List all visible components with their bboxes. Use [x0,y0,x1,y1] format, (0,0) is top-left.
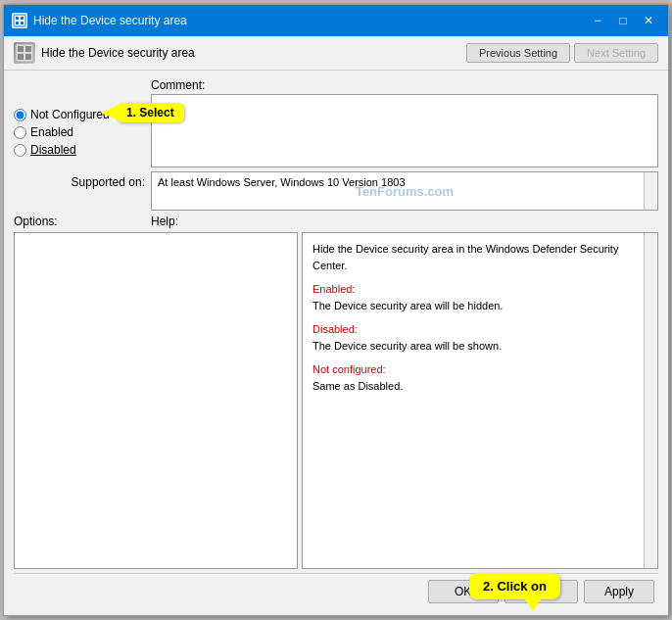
help-label: Help: [72,215,658,228]
svg-rect-0 [14,15,25,26]
radio-enabled[interactable]: Enabled [14,125,151,139]
close-button[interactable]: ✕ [637,11,660,30]
help-not-configured-title: Not configured: [312,361,632,378]
help-disabled-body: The Device security area will be shown. [312,338,632,355]
radio-group: Not Configured 1. Select Enabled Disable… [14,78,151,167]
svg-rect-9 [25,54,31,60]
radio-enabled-label: Enabled [30,125,73,139]
radio-not-configured-input[interactable] [14,109,26,121]
title-bar: Hide the Device security area − □ ✕ [4,5,668,36]
svg-rect-4 [21,22,24,24]
svg-rect-2 [21,17,24,20]
title-buttons: − □ ✕ [586,11,660,30]
prev-setting-button[interactable]: Previous Setting [466,43,570,63]
header-icon [14,42,35,64]
help-enabled-body: The Device security area will be hidden. [312,298,632,314]
help-disabled-title: Disabled: [312,321,632,338]
not-configured-container: Not Configured 1. Select [14,108,151,121]
svg-rect-8 [18,54,24,60]
bottom-panels: Hide the Device security area in the Win… [14,232,658,569]
help-intro: Hide the Device security area in the Win… [312,241,632,273]
main-window: Hide the Device security area − □ ✕ Hide… [3,4,669,616]
minimize-button[interactable]: − [586,11,609,30]
comment-textarea[interactable] [151,94,658,167]
window-title: Hide the Device security area [33,14,586,27]
footer: OK Cancel Apply [14,573,658,607]
radio-enabled-input[interactable] [14,126,26,139]
supported-box: At least Windows Server, Windows 10 Vers… [151,171,658,211]
header-left: Hide the Device security area [14,42,195,64]
footer-wrapper: 2. Click on OK Cancel Apply [14,573,658,607]
supported-value: At least Windows Server, Windows 10 Vers… [158,176,406,188]
help-enabled-title: Enabled: [312,281,632,298]
help-panel: Hide the Device security area in the Win… [302,232,658,569]
radio-disabled-input[interactable] [14,144,26,157]
click-on-callout: 2. Click on [469,573,560,599]
comment-section: Comment: [151,78,658,167]
window-icon [12,13,27,28]
next-setting-button[interactable]: Next Setting [574,43,658,63]
comment-label: Comment: [151,78,658,92]
content-area: Not Configured 1. Select Enabled Disable… [4,71,668,615]
supported-label: Supported on: [14,171,151,189]
radio-disabled-label: Disabled [30,143,76,157]
svg-rect-3 [16,22,19,24]
options-help-row: Options: Help: [14,215,658,228]
apply-button[interactable]: Apply [584,580,654,603]
select-callout: 1. Select [117,103,184,122]
svg-rect-1 [16,17,19,20]
header-title: Hide the Device security area [41,46,195,60]
supported-scrollbar[interactable] [644,172,657,210]
maximize-button[interactable]: □ [611,11,635,30]
help-panel-scrollbar[interactable] [644,233,657,568]
supported-section: Supported on: At least Windows Server, W… [14,171,658,211]
options-label: Options: [14,215,72,228]
top-section: Not Configured 1. Select Enabled Disable… [14,78,658,167]
radio-not-configured-label[interactable]: Not Configured [30,108,110,121]
header-bar: Hide the Device security area Previous S… [4,36,668,71]
options-panel [14,232,298,569]
help-text: Hide the Device security area in the Win… [312,241,648,394]
radio-disabled[interactable]: Disabled [14,143,151,157]
svg-rect-6 [18,46,24,52]
help-not-configured-body: Same as Disabled. [312,378,632,395]
header-buttons: Previous Setting Next Setting [466,43,658,63]
svg-rect-7 [25,46,31,52]
